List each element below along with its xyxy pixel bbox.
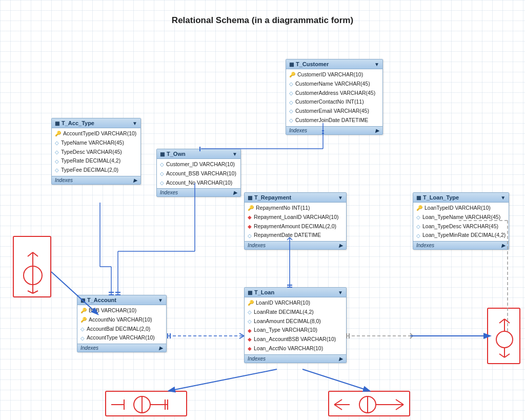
erd-symbol-bottom-center-right [328, 391, 410, 416]
field-accountbal: ◇AccountBal DECIMAL(2,0) [77, 325, 166, 334]
field-repayment-amount: ◆RepaymentAmount DECIMAL(2,0) [245, 222, 346, 231]
field-customeremail: ◇CustomerEmail VARCHAR(45) [286, 107, 382, 116]
svg-line-30 [396, 405, 403, 410]
field-account-bsb: ◇Account_BSB VARCHAR(10) [157, 169, 240, 178]
erd-symbol-bottom-center-left-svg [106, 392, 188, 417]
field-typerate: ◇TypeRate DECIMAL(4,2) [52, 156, 140, 166]
svg-line-57 [410, 333, 413, 336]
field-accounttypeid: 🔑AccountTypeID VARCHAR(10) [52, 129, 140, 138]
table-body-t-repayment: 🔑RepaymentNo INT(11) ◆Repayment_LoanID V… [245, 203, 346, 241]
table-header-t-loan: ▦T_Loan ▼ [245, 288, 346, 297]
svg-line-58 [410, 336, 413, 338]
field-accounttype: ◇AccountType VARCHAR(10) [77, 333, 166, 343]
table-t-loan-type: ▦T_Loan_Type ▼ 🔑LoanTypeID VARCHAR(10) ◇… [413, 192, 509, 250]
field-loan-acctno: ◆Loan_AcctNo VARCHAR(10) [245, 344, 346, 353]
svg-line-4 [33, 252, 38, 256]
table-header-t-loan-type: ▦T_Loan_Type ▼ [413, 193, 509, 203]
svg-line-10 [499, 319, 504, 323]
field-customerjoindate: ◇CustomerJoinDate DATETIME [286, 116, 382, 125]
svg-line-48 [239, 336, 244, 338]
field-customername: ◇CustomerName VARCHAR(45) [286, 79, 382, 89]
erd-symbol-left-large [13, 236, 51, 297]
field-typefee: ◇TypeFee DECIMAL(2,0) [52, 166, 140, 175]
table-t-customer: ▦T_Customer ▼ 🔑CustomerID VARCHAR(10) ◇C… [286, 59, 383, 135]
erd-symbol-left-large-svg [14, 237, 52, 298]
field-account-no: ◇Account_No VARCHAR(10) [157, 178, 240, 188]
field-loan-typeminrate: ◇Loan_TypeMinRate DECIMAL(4,2) [413, 231, 509, 240]
diagram-canvas: Relational Schema (in a diagrammatic for… [0, 0, 525, 420]
svg-line-7 [33, 291, 38, 293]
field-loan-typename: ◇Loan_TypeName VARCHAR(45) [413, 213, 509, 222]
table-footer-t-own: Indexes ▶ [157, 188, 240, 196]
field-typedesc: ◇TypeDesc VARCHAR(45) [52, 148, 140, 157]
field-loanamount: ◇LoanAmount DECIMAL(8,0) [245, 317, 346, 326]
table-t-account: ▦T_Account ▼ 🔑BSB VARCHAR(10) 🔑AccountNo… [77, 295, 167, 352]
table-header-t-account: ▦T_Account ▼ [77, 295, 166, 305]
erd-symbol-bottom-center-left [105, 391, 187, 416]
table-header-t-customer: ▦T_Customer ▼ [286, 59, 382, 69]
table-footer-t-loan: Indexes ▶ [245, 354, 346, 363]
table-body-t-customer: 🔑CustomerID VARCHAR(10) ◇CustomerName VA… [286, 69, 382, 126]
svg-line-15 [504, 354, 510, 357]
svg-line-24 [334, 399, 342, 405]
table-footer-t-repayment: Indexes ▶ [245, 241, 346, 249]
table-header-t-own: ▦T_Own ▼ [157, 149, 240, 159]
table-t-own: ▦T_Own ▼ ◇Customer_ID VARCHAR(10) ◇Accou… [156, 149, 241, 197]
field-customerid: 🔑CustomerID VARCHAR(10) [286, 70, 382, 79]
field-repaymentno: 🔑RepaymentNo INT(11) [245, 204, 346, 213]
svg-line-65 [302, 369, 369, 391]
table-footer-t-account: Indexes ▶ [77, 344, 166, 352]
field-loanid: 🔑LoanID VARCHAR(10) [245, 298, 346, 308]
field-accountno: 🔑AccountNo VARCHAR(10) [77, 315, 166, 325]
table-footer-t-loan-type: Indexes ▶ [413, 241, 509, 249]
field-customercontact: ◇CustomerContactNo INT(11) [286, 97, 382, 107]
erd-symbol-bottom-center-right-svg [329, 392, 411, 417]
field-loan-typedesc: ◇Loan_TypeDesc VARCHAR(45) [413, 222, 509, 231]
table-body-t-loan-type: 🔑LoanTypeID VARCHAR(10) ◇Loan_TypeName V… [413, 203, 509, 241]
svg-line-47 [239, 333, 244, 336]
field-loan-type: ◆Loan_Type VARCHAR(10) [245, 326, 346, 335]
erd-symbol-right-large [487, 308, 520, 364]
svg-line-11 [504, 319, 510, 323]
table-t-repayment: ▦T_Repayment ▼ 🔑RepaymentNo INT(11) ◆Rep… [244, 192, 347, 250]
svg-line-3 [28, 252, 33, 256]
table-t-loan: ▦T_Loan ▼ 🔑LoanID VARCHAR(10) ◇LoanRate … [244, 287, 347, 363]
table-header-t-acc-type: ▦T_Acc_Type ▼ [52, 118, 140, 128]
table-body-t-acc-type: 🔑AccountTypeID VARCHAR(10) ◇TypeName VAR… [52, 128, 140, 176]
svg-point-8 [496, 331, 513, 348]
field-customeraddress: ◇CustomerAddress VARCHAR(45) [286, 89, 382, 98]
field-loanrate: ◇LoanRate DECIMAL(4,2) [245, 308, 346, 317]
erd-symbol-right-large-svg [488, 309, 521, 365]
field-loantypeid: 🔑LoanTypeID VARCHAR(10) [413, 204, 509, 213]
table-body-t-own: ◇Customer_ID VARCHAR(10) ◇Account_BSB VA… [157, 159, 240, 188]
svg-line-64 [169, 369, 277, 391]
table-body-t-loan: 🔑LoanID VARCHAR(10) ◇LoanRate DECIMAL(4,… [245, 297, 346, 354]
table-footer-t-acc-type: Indexes ▶ [52, 176, 140, 184]
table-t-acc-type: ▦T_Acc_Type ▼ 🔑AccountTypeID VARCHAR(10)… [51, 118, 141, 185]
field-loan-accountbsb: ◆Loan_AccountBSB VARCHAR(10) [245, 335, 346, 344]
table-body-t-account: 🔑BSB VARCHAR(10) 🔑AccountNo VARCHAR(10) … [77, 305, 166, 344]
field-repayment-loanid: ◆Repayment_LoanID VARCHAR(10) [245, 213, 346, 222]
svg-line-25 [334, 405, 342, 410]
svg-line-29 [396, 399, 403, 405]
svg-line-6 [28, 291, 33, 293]
page-title: Relational Schema (in a diagrammatic for… [172, 15, 353, 26]
field-repayment-date: ◇RepaymentDate DATETIME [245, 231, 346, 240]
table-footer-t-customer: Indexes ▶ [286, 126, 382, 134]
svg-line-14 [499, 354, 504, 357]
field-bsb: 🔑BSB VARCHAR(10) [77, 306, 166, 315]
field-typename: ◇TypeName VARCHAR(45) [52, 138, 140, 148]
table-header-t-repayment: ▦T_Repayment ▼ [245, 193, 346, 203]
field-customer-id: ◇Customer_ID VARCHAR(10) [157, 160, 240, 169]
